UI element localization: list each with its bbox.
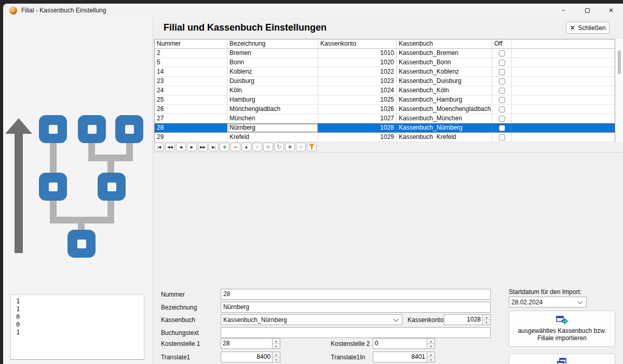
first-button[interactable]: |◀ xyxy=(154,143,164,151)
cell-bezeichnung[interactable]: Nürnberg xyxy=(227,123,318,132)
maximize-button[interactable] xyxy=(575,4,599,17)
grid-vertical-scrollbar[interactable] xyxy=(615,39,623,142)
cell-nummer[interactable]: 28 xyxy=(155,123,227,132)
cell-off-checkbox[interactable] xyxy=(492,105,512,114)
cell-nummer[interactable]: 26 xyxy=(155,105,227,114)
translate1in-spinedit[interactable]: 8401▲▼ xyxy=(373,352,435,362)
title-bar[interactable]: Filial - Kassenbuch Einstellung − ✕ xyxy=(3,4,623,17)
col-header-bezeichnung[interactable]: Bezeichnung xyxy=(227,39,318,48)
next-page-button[interactable]: ▶▶ xyxy=(198,143,208,151)
table-row[interactable]: 29Krefeld1029Kassenbuch Krefeld xyxy=(155,133,615,142)
cell-kassenkonto[interactable]: 1029 xyxy=(318,133,397,142)
cell-kassenkonto[interactable]: 1023 xyxy=(318,77,397,86)
cell-bezeichnung[interactable]: Koblenz xyxy=(227,67,318,76)
cell-kassenkonto[interactable]: 1026 xyxy=(318,105,397,114)
cell-bezeichnung[interactable]: München xyxy=(227,114,318,123)
translate1-spinedit[interactable]: 8400▲▼ xyxy=(221,352,280,362)
cell-kassenkonto[interactable]: 1010 xyxy=(318,49,397,58)
cell-off-checkbox[interactable] xyxy=(492,95,512,104)
bezeichnung-input[interactable]: Nürnberg xyxy=(221,302,491,313)
spin-down-icon[interactable]: ▼ xyxy=(273,357,280,362)
import-selected-button[interactable]: ausgewähltes Kassenbuch bzw. Filiale imp… xyxy=(509,311,615,347)
cell-bezeichnung[interactable]: Bremen xyxy=(227,49,318,58)
table-row[interactable]: 24Köln1024Kassenbuch_Köln xyxy=(155,86,615,95)
spin-up-icon[interactable]: ▲ xyxy=(273,352,280,357)
refresh-button[interactable]: ↻ xyxy=(274,143,284,151)
cell-nummer[interactable]: 23 xyxy=(155,77,227,86)
table-row[interactable]: 27München1027Kassenbuch_München xyxy=(155,114,615,123)
spin-up-icon[interactable]: ▲ xyxy=(483,315,490,320)
cell-kassenbuch[interactable]: Kassenbuch_Hamburg xyxy=(397,95,492,104)
spin-down-icon[interactable]: ▼ xyxy=(427,344,435,348)
cell-off-checkbox[interactable] xyxy=(492,133,512,142)
goto-bookmark-button[interactable]: ✳ xyxy=(296,143,306,151)
kostenstelle1-spinedit[interactable]: 28 ▲▼ xyxy=(221,338,280,349)
cell-kassenkonto[interactable]: 1022 xyxy=(318,67,397,76)
cell-nummer[interactable]: 5 xyxy=(155,58,227,67)
cell-off-checkbox[interactable] xyxy=(492,114,512,123)
filter-button[interactable] xyxy=(307,143,317,151)
cell-bezeichnung[interactable]: Mönchengladbach xyxy=(227,105,318,114)
prior-button[interactable]: ◀ xyxy=(176,143,186,151)
edit-button[interactable]: ▲ xyxy=(241,143,251,151)
kassenkonto-spinedit[interactable]: 1028 ▲▼ xyxy=(444,314,491,325)
cell-kassenbuch[interactable]: Kassenbuch_München xyxy=(397,114,492,123)
spin-up-icon[interactable]: ▲ xyxy=(273,339,280,344)
cell-kassenbuch[interactable]: Kassenbuch_Koblenz xyxy=(397,67,492,76)
cell-kassenkonto[interactable]: 1025 xyxy=(318,95,397,104)
cell-bezeichnung[interactable]: Bonn xyxy=(227,58,318,67)
col-header-kassenkonto[interactable]: Kassenkonto xyxy=(318,39,397,48)
cell-off-checkbox[interactable] xyxy=(492,86,512,95)
kassenbuch-combobox[interactable]: Kassenbuch_Nürnberg xyxy=(221,314,402,325)
cell-bezeichnung[interactable]: Hamburg xyxy=(227,95,318,104)
table-row[interactable]: 23Duisburg1023Kassenbuch_Duisburg xyxy=(155,77,615,86)
minimize-button[interactable]: − xyxy=(551,4,575,17)
schliessen-button[interactable]: ✕ Schließen xyxy=(566,22,610,34)
table-row[interactable]: 26Mönchengladbach1026Kassenbuch_Moenchen… xyxy=(155,105,615,114)
cell-bezeichnung[interactable]: Köln xyxy=(227,86,318,95)
cell-kassenbuch[interactable]: Kassenbuch_Nürnberg xyxy=(397,123,492,132)
cell-kassenkonto[interactable]: 1024 xyxy=(318,86,397,95)
nummer-input[interactable]: 28 xyxy=(221,289,491,300)
cell-nummer[interactable]: 14 xyxy=(155,67,227,76)
table-row[interactable]: 28Nürnberg1028Kassenbuch_Nürnberg xyxy=(155,123,615,133)
cell-kassenkonto[interactable]: 1020 xyxy=(318,58,397,67)
cell-nummer[interactable]: 2 xyxy=(155,49,227,58)
cell-off-checkbox[interactable] xyxy=(492,67,512,76)
table-row[interactable]: 25Hamburg1025Kassenbuch_Hamburg xyxy=(155,95,615,105)
spin-down-icon[interactable]: ▼ xyxy=(273,344,280,348)
next-button[interactable]: ▶ xyxy=(187,143,197,151)
col-header-nummer[interactable]: Nummer xyxy=(155,39,227,48)
table-row[interactable]: 5Bonn1020Kassenbuch_Bonn xyxy=(155,58,615,67)
flags-listbox[interactable]: 11001 xyxy=(10,295,144,360)
spin-up-icon[interactable]: ▲ xyxy=(427,339,435,344)
table-row[interactable]: 2Bremen1010Kassenbuch_Bremen xyxy=(155,49,615,58)
import-all-button[interactable]: alle Kassenbücher/Filialen einlesen xyxy=(509,354,615,364)
set-bookmark-button[interactable]: ✳ xyxy=(285,143,295,151)
cell-off-checkbox[interactable] xyxy=(492,58,512,67)
cell-kassenkonto[interactable]: 1028 xyxy=(318,123,397,132)
cell-off-checkbox[interactable] xyxy=(492,77,512,86)
cell-off-checkbox[interactable] xyxy=(492,49,512,58)
buchungstext-input[interactable] xyxy=(221,327,491,338)
cell-bezeichnung[interactable]: Krefeld xyxy=(227,133,318,142)
cell-nummer[interactable]: 25 xyxy=(155,95,227,104)
delete-button[interactable]: − xyxy=(231,143,240,151)
cell-kassenbuch[interactable]: Kassenbuch_Köln xyxy=(397,86,492,95)
spin-down-icon[interactable]: ▼ xyxy=(427,357,435,362)
cell-kassenkonto[interactable]: 1027 xyxy=(318,114,397,123)
last-button[interactable]: ▶| xyxy=(209,143,219,151)
cell-nummer[interactable]: 29 xyxy=(155,133,227,142)
table-row[interactable]: 14Koblenz1022Kassenbuch_Koblenz xyxy=(155,67,615,77)
cell-kassenbuch[interactable]: Kassenbuch_Bonn xyxy=(397,58,492,67)
startdatum-datepicker[interactable]: 28.02.2024 xyxy=(509,297,587,307)
cancel-button[interactable]: ✖ xyxy=(263,143,273,151)
cell-kassenbuch[interactable]: Kassenbuch Krefeld xyxy=(397,133,492,142)
col-header-kassenbuch[interactable]: Kassenbuch xyxy=(397,39,492,48)
cell-kassenbuch[interactable]: Kassenbuch_Bremen xyxy=(397,49,492,58)
spin-down-icon[interactable]: ▼ xyxy=(483,320,490,325)
cell-kassenbuch[interactable]: Kassenbuch_Duisburg xyxy=(397,77,492,86)
prior-page-button[interactable]: ◀◀ xyxy=(165,143,175,151)
insert-button[interactable]: + xyxy=(220,143,229,151)
cell-nummer[interactable]: 24 xyxy=(155,86,227,95)
